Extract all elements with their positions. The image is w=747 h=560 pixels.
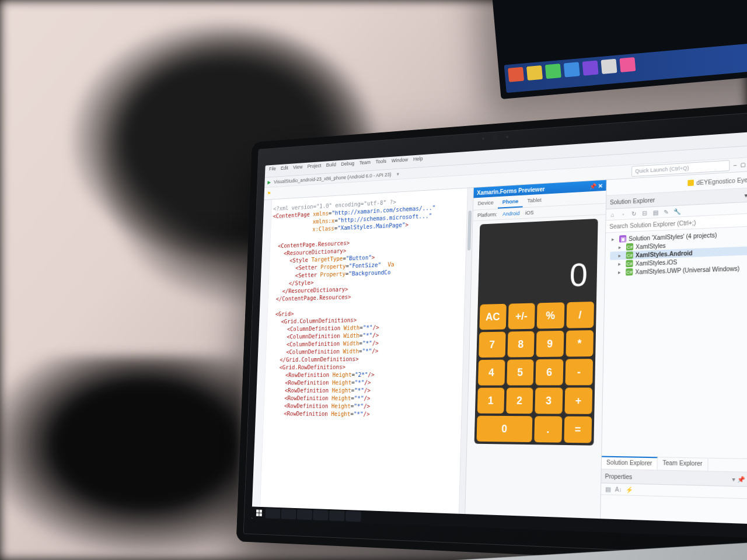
svg-rect-3 (259, 513, 262, 516)
key-7[interactable]: 7 (479, 332, 505, 358)
taskbar-app[interactable] (281, 509, 296, 519)
calc-keypad: AC +/- % / 7 8 9 * 4 5 6 (474, 299, 596, 446)
panel-dropdown-icon[interactable]: ▾ ✕ (745, 191, 747, 198)
key-equals[interactable]: = (564, 416, 592, 443)
properties-panel: Properties ▾ 📌 ✕ ▤ A↓ ⚡ (601, 468, 747, 530)
svg-rect-0 (256, 510, 259, 513)
key-percent[interactable]: % (537, 302, 564, 328)
taskbar-app[interactable] (313, 510, 329, 520)
key-plus[interactable]: + (564, 387, 592, 414)
solution-tree[interactable]: ▸▣ Solution 'XamlStyles' (4 projects) ▸C… (602, 226, 747, 459)
key-divide[interactable]: / (566, 302, 594, 328)
calculator-preview: 0 AC +/- % / 7 8 9 * 4 5 (474, 219, 598, 446)
menu-view[interactable]: View (293, 164, 303, 174)
properties-icon[interactable]: ✎ (662, 208, 671, 216)
key-ac[interactable]: AC (479, 304, 506, 330)
svg-rect-2 (256, 513, 259, 516)
collapse-icon[interactable]: ⊟ (640, 208, 649, 217)
key-minus[interactable]: - (565, 359, 593, 385)
menu-edit[interactable]: Edit (281, 165, 288, 175)
pin-icon[interactable]: 📌 ✕ (589, 183, 603, 190)
side-panel: dEYEgnostico Eyeur Solution Explorer ▾ ✕… (601, 171, 747, 530)
taskbar-app[interactable] (297, 509, 312, 520)
tab-team-explorer[interactable]: Team Explorer (658, 457, 708, 471)
key-multiply[interactable]: * (566, 330, 594, 357)
pin-icon[interactable]: ▾ 📌 ✕ (732, 475, 747, 483)
back-icon[interactable]: ◦ (619, 209, 627, 218)
laptop-screen: File Edit View Project Build Debug Team … (252, 131, 747, 538)
notification-flag-icon[interactable]: ⚑ (267, 191, 271, 197)
taskbar-app[interactable] (345, 511, 361, 522)
taskbar-app[interactable] (266, 508, 281, 519)
tab-device[interactable]: Device (473, 197, 498, 210)
key-9[interactable]: 9 (536, 331, 564, 357)
menu-build[interactable]: Build (326, 162, 336, 172)
xaml-source[interactable]: <?xml version="1.0" encoding="utf-8" ?> … (265, 194, 467, 418)
menu-file[interactable]: File (268, 166, 276, 176)
start-button[interactable] (253, 507, 264, 520)
tab-solution-explorer[interactable]: Solution Explorer (602, 456, 658, 470)
home-icon[interactable]: ⌂ (609, 210, 617, 219)
forms-previewer: Xamarin.Forms Previewer 📌 ✕ Device Phone… (465, 180, 607, 524)
wrench-icon[interactable]: 🔧 (673, 207, 682, 216)
alpha-sort-icon[interactable]: A↓ (614, 485, 623, 494)
menu-team[interactable]: Team (359, 159, 371, 170)
play-icon[interactable]: ▶ (267, 180, 271, 185)
notification-flag-icon[interactable] (688, 180, 694, 186)
events-icon[interactable]: ⚡ (625, 485, 634, 494)
window-minimize-icon[interactable]: – (734, 162, 736, 169)
categorize-icon[interactable]: ▤ (603, 485, 612, 494)
key-3[interactable]: 3 (535, 388, 563, 414)
menu-debug[interactable]: Debug (341, 160, 354, 171)
showall-icon[interactable]: ▤ (651, 208, 660, 216)
account-name: dEYEgnostico Eyeur (696, 176, 747, 186)
laptop: File Edit View Project Build Debug Team … (236, 102, 747, 560)
menu-window[interactable]: Window (391, 157, 408, 168)
menu-help[interactable]: Help (413, 156, 423, 166)
key-4[interactable]: 4 (478, 360, 505, 386)
refresh-icon[interactable]: ↻ (630, 209, 638, 218)
key-6[interactable]: 6 (535, 359, 563, 386)
key-1[interactable]: 1 (477, 388, 504, 414)
svg-rect-1 (259, 510, 262, 513)
key-2[interactable]: 2 (506, 388, 533, 414)
window-maximize-icon[interactable]: ▢ (741, 162, 746, 168)
taskbar-app[interactable] (329, 510, 345, 521)
code-editor[interactable]: <?xml version="1.0" encoding="utf-8" ?> … (252, 188, 474, 519)
